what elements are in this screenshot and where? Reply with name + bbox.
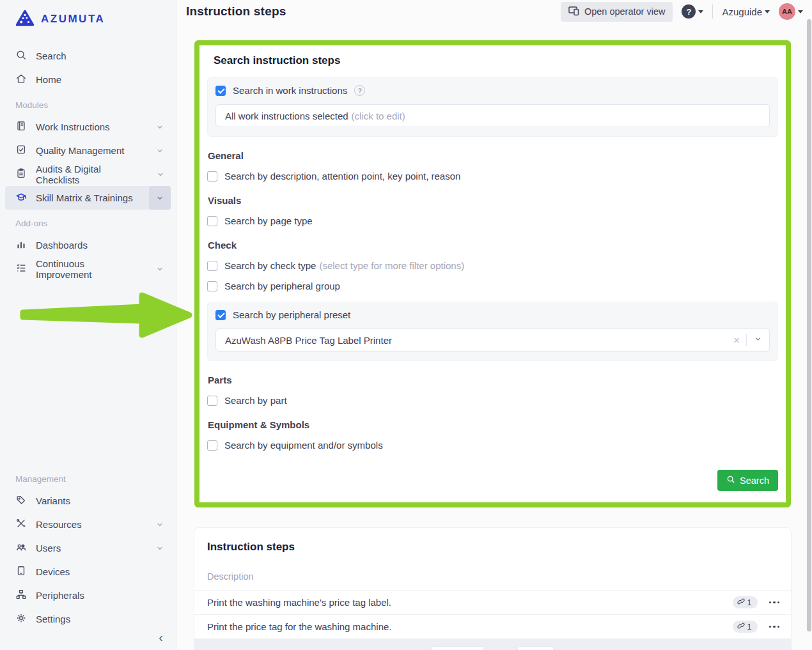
open-operator-view-button[interactable]: Open operator view: [561, 2, 673, 22]
azuguide-menu[interactable]: Azuguide: [722, 6, 770, 17]
user-menu[interactable]: AA: [779, 3, 803, 20]
sidebar-item-resources[interactable]: Resources: [5, 513, 171, 536]
row-actions-menu-icon[interactable]: [769, 599, 780, 607]
instruction-steps-panel: Instruction steps Description Print the …: [194, 528, 791, 650]
pagination-bar: Previous 1 Next 0 - 2: [194, 638, 791, 650]
tablet-icon: [15, 565, 27, 578]
help-icon: ?: [682, 4, 696, 19]
sidebar-item-quality-management[interactable]: Quality Management: [5, 139, 171, 162]
users-icon: [15, 541, 27, 555]
search-icon: [15, 49, 27, 63]
collapse-sidebar-icon[interactable]: ‹: [159, 631, 163, 644]
sidebar-section-management: Management: [0, 465, 176, 489]
chevron-down-icon[interactable]: [149, 139, 171, 162]
sidebar-item-label: Continuous Improvement: [36, 258, 141, 280]
task-list-icon: [15, 262, 27, 275]
sidebar-item-label: Users: [36, 543, 61, 553]
sidebar: AZUMUTA Search Home Modules W: [0, 0, 176, 650]
brand-name: AZUMUTA: [41, 13, 105, 26]
azumuta-logo-icon: [15, 10, 35, 29]
sidebar-item-label: Home: [36, 74, 61, 85]
devices-icon: [568, 6, 579, 18]
clipboard-list-icon: [15, 167, 27, 181]
checkbox-hint: (select type for more filter options): [319, 260, 464, 271]
search-by-equipment-checkbox[interactable]: [207, 440, 217, 451]
tools-icon: [15, 518, 27, 531]
search-by-part-checkbox[interactable]: [207, 396, 217, 406]
sidebar-item-dashboards[interactable]: Dashboards: [5, 233, 171, 257]
peripheral-preset-select[interactable]: AzuWash A8PB Price Tag Label Printer ×: [215, 329, 770, 352]
home-icon: [15, 73, 27, 86]
chevron-down-icon[interactable]: [149, 513, 171, 536]
select-chevron-down-icon[interactable]: [753, 334, 763, 346]
checkbox-label: Search by check type: [224, 260, 316, 271]
group-heading-equipment: Equipment & Symbols: [208, 419, 778, 430]
chevron-down-icon[interactable]: [149, 186, 171, 210]
checkbox-label: Search by part: [224, 395, 287, 406]
sidebar-item-settings[interactable]: Settings: [5, 607, 171, 631]
clear-selection-icon[interactable]: ×: [733, 335, 740, 346]
help-menu[interactable]: ?: [682, 4, 703, 19]
azuguide-label: Azuguide: [722, 6, 762, 17]
chevron-down-icon[interactable]: [149, 115, 171, 139]
group-heading-visuals: Visuals: [208, 195, 778, 206]
link-count-badge[interactable]: 1: [733, 596, 758, 608]
network-icon: [15, 589, 27, 602]
row-description: Print the washing machine's price tag la…: [207, 597, 391, 608]
chevron-down-icon[interactable]: [149, 536, 171, 560]
checkbox-label: Search by equipment and/or symbols: [224, 440, 383, 451]
sidebar-item-continuous-improvement[interactable]: Continuous Improvement: [5, 257, 171, 281]
sidebar-item-devices[interactable]: Devices: [5, 560, 171, 584]
caret-down-icon: [798, 10, 803, 13]
divider: [712, 4, 713, 19]
next-page-button[interactable]: Next: [517, 646, 554, 650]
sidebar-item-label: Settings: [36, 614, 70, 624]
vertical-scrollbar[interactable]: [807, 19, 811, 631]
sidebar-item-label: Devices: [36, 566, 70, 577]
results-panel-title: Instruction steps: [194, 528, 791, 557]
sidebar-item-skill-matrix[interactable]: Skill Matrix & Trainings: [5, 186, 171, 210]
link-count: 1: [747, 623, 752, 631]
previous-page-button[interactable]: Previous: [432, 646, 484, 650]
peripheral-preset-filter-box: Search by peripheral preset AzuWash A8PB…: [207, 302, 778, 361]
sidebar-item-label: Work Instructions: [36, 121, 110, 132]
sidebar-item-audits-checklists[interactable]: Audits & Digital Checklists: [5, 162, 171, 186]
search-by-peripheral-group-checkbox[interactable]: [207, 281, 217, 291]
sidebar-item-variants[interactable]: Variants: [5, 489, 171, 513]
open-operator-view-label: Open operator view: [584, 6, 666, 17]
link-count-badge[interactable]: 1: [733, 621, 758, 633]
sidebar-item-home[interactable]: Home: [5, 68, 171, 91]
search-panel-title: Search instruction steps: [214, 54, 778, 67]
sidebar-item-work-instructions[interactable]: Work Instructions: [5, 115, 171, 139]
sidebar-item-label: Skill Matrix & Trainings: [36, 192, 133, 203]
search-by-check-type-checkbox[interactable]: [207, 261, 217, 271]
caret-down-icon: [765, 10, 770, 13]
description-column-header: Description: [194, 557, 791, 590]
main-area: Instruction steps Open operator view ? A…: [176, 0, 812, 650]
selection-hint: (click to edit): [352, 111, 405, 121]
search-in-work-instructions-checkbox[interactable]: [215, 86, 226, 96]
selection-value: All work instructions selected: [225, 111, 348, 121]
checkbox-label: Search by page type: [224, 215, 313, 226]
group-heading-check: Check: [208, 240, 778, 251]
search-by-peripheral-preset-checkbox[interactable]: [215, 310, 226, 320]
table-row[interactable]: Print the price tag for the washing mach…: [194, 614, 791, 638]
work-instructions-selection[interactable]: All work instructions selected (click to…: [215, 104, 770, 127]
peripheral-preset-value: AzuWash A8PB Price Tag Label Printer: [225, 335, 392, 346]
chevron-down-icon[interactable]: [150, 162, 171, 186]
question-circle-icon[interactable]: ?: [354, 85, 365, 96]
sidebar-item-users[interactable]: Users: [5, 536, 171, 560]
divider: [746, 334, 747, 346]
row-actions-menu-icon[interactable]: [769, 623, 780, 631]
link-count: 1: [747, 598, 752, 607]
sidebar-item-peripherals[interactable]: Peripherals: [5, 584, 171, 607]
brand-logo[interactable]: AZUMUTA: [0, 0, 176, 35]
search-by-description-checkbox[interactable]: [207, 171, 217, 182]
table-row[interactable]: Print the washing machine's price tag la…: [194, 590, 791, 614]
search-button[interactable]: Search: [717, 470, 778, 491]
bar-chart-icon: [15, 238, 27, 252]
sidebar-item-search[interactable]: Search: [5, 44, 171, 68]
chevron-down-icon[interactable]: [150, 257, 171, 281]
sidebar-item-label: Dashboards: [36, 240, 88, 251]
search-by-page-type-checkbox[interactable]: [207, 216, 217, 226]
